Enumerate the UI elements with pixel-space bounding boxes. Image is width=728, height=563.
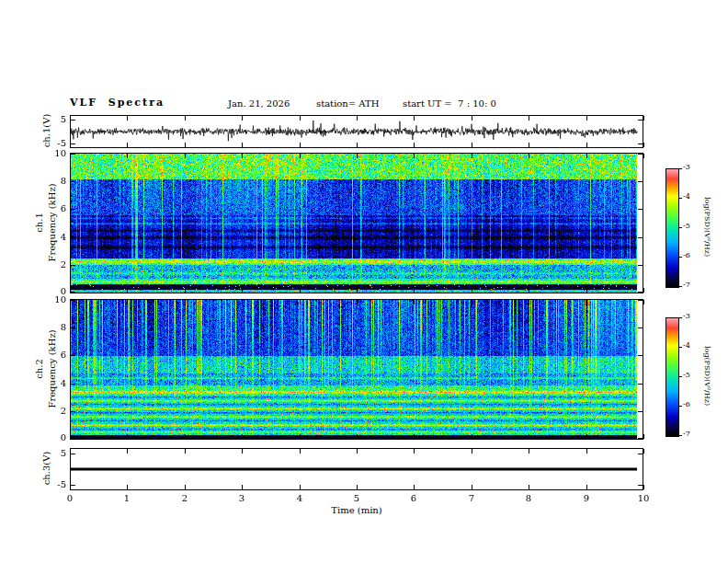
axis-tick: [242, 116, 243, 121]
axis-tick: [185, 288, 186, 293]
axis-tick: [71, 411, 75, 412]
axis-tick: [71, 265, 75, 266]
axis-tick: [242, 154, 243, 158]
axis-tick: [185, 449, 186, 454]
axis-tick: [643, 449, 644, 454]
colorbar-tick-label: -4: [683, 342, 698, 350]
axis-tick: [529, 143, 529, 147]
axis-tick: [679, 376, 682, 377]
y-tick-label: 6: [42, 350, 66, 360]
axis-tick: [472, 154, 472, 158]
colorbar-tick-label: -4: [683, 193, 698, 201]
y-tick-label: 2: [42, 406, 66, 416]
axis-tick: [586, 300, 587, 304]
ch3-waveform-canvas: [71, 449, 643, 489]
axis-tick: [127, 300, 128, 304]
axis-tick: [185, 143, 186, 147]
axis-tick: [127, 485, 128, 489]
colorbar-ch2: [665, 317, 679, 437]
ch2-spectrogram-panel: [70, 299, 643, 440]
axis-tick: [638, 181, 643, 182]
axis-tick: [71, 237, 75, 238]
x-tick-label: 8: [519, 493, 538, 503]
axis-tick: [679, 168, 682, 169]
colorbar-tick-label: -7: [683, 282, 698, 290]
axis-tick: [414, 485, 415, 489]
axis-tick: [71, 454, 75, 454]
axis-tick: [586, 434, 587, 439]
axis-tick: [300, 154, 301, 158]
axis-tick: [71, 181, 75, 182]
axis-tick: [185, 485, 186, 489]
colorbar-tick-label: -6: [683, 252, 698, 260]
axis-tick: [529, 300, 529, 304]
axis-tick: [638, 292, 643, 293]
axis-tick: [357, 449, 358, 454]
axis-tick: [586, 116, 587, 121]
axis-tick: [357, 288, 358, 293]
axis-tick: [643, 485, 644, 489]
axis-tick: [529, 449, 529, 454]
axis-tick: [127, 154, 128, 158]
axis-tick: [643, 288, 644, 293]
axis-tick: [300, 116, 301, 121]
colorbar-label: log(PSD)(V²/Hz): [700, 177, 711, 278]
axis-tick: [300, 449, 301, 454]
y-tick-label: 5: [42, 448, 66, 458]
y-tick-label: 5: [42, 114, 66, 124]
y-tick-label: 4: [42, 232, 66, 242]
axis-tick: [71, 292, 75, 293]
axis-tick: [185, 300, 186, 304]
axis-tick: [638, 485, 643, 486]
colorbar-ch1: [665, 168, 679, 288]
axis-tick: [679, 257, 682, 258]
axis-tick: [472, 449, 472, 454]
plot-start-ut: start UT = 7 : 10: 0: [403, 98, 496, 109]
axis-tick: [300, 288, 301, 293]
ch3-voltage-axis-label: ch.3(V): [41, 404, 52, 533]
axis-tick: [643, 154, 644, 158]
axis-tick: [357, 143, 358, 147]
axis-tick: [414, 143, 415, 147]
axis-tick: [472, 288, 472, 293]
axis-tick: [357, 154, 358, 158]
ch1-spectrogram-canvas: [71, 154, 643, 293]
axis-tick: [242, 300, 243, 304]
axis-tick: [414, 116, 415, 121]
axis-tick: [71, 154, 75, 155]
axis-tick: [300, 300, 301, 304]
plot-title: VLF Spectra: [70, 97, 165, 109]
axis-tick: [127, 288, 128, 293]
axis-tick: [127, 143, 128, 147]
y-tick-label: 8: [42, 322, 66, 332]
axis-tick: [638, 384, 643, 385]
axis-tick: [414, 449, 415, 454]
axis-tick: [127, 116, 128, 121]
axis-tick: [472, 485, 472, 489]
axis-tick: [586, 288, 587, 293]
axis-tick: [71, 355, 75, 356]
plot-date: Jan. 21, 2026: [228, 98, 290, 109]
axis-tick: [679, 317, 682, 318]
time-axis-label: Time (min): [311, 505, 403, 515]
axis-tick: [586, 485, 587, 489]
axis-tick: [638, 454, 643, 454]
axis-tick: [529, 485, 529, 489]
colorbar-tick-label: -5: [683, 223, 698, 231]
axis-tick: [638, 144, 643, 144]
axis-tick: [127, 449, 128, 454]
colorbar-tick-label: -5: [683, 372, 698, 380]
axis-tick: [638, 438, 643, 439]
y-tick-label: -5: [42, 479, 66, 489]
axis-tick: [679, 435, 682, 436]
x-tick-label: 5: [347, 493, 366, 503]
x-tick-label: 4: [290, 493, 309, 503]
axis-tick: [357, 300, 358, 304]
axis-tick: [185, 116, 186, 121]
y-tick-label: 10: [42, 294, 66, 304]
axis-tick: [300, 434, 301, 439]
axis-tick: [638, 327, 643, 328]
axis-tick: [679, 347, 682, 348]
colorbar-label: log(PSD)(V²/Hz): [700, 326, 711, 427]
axis-tick: [529, 116, 529, 121]
